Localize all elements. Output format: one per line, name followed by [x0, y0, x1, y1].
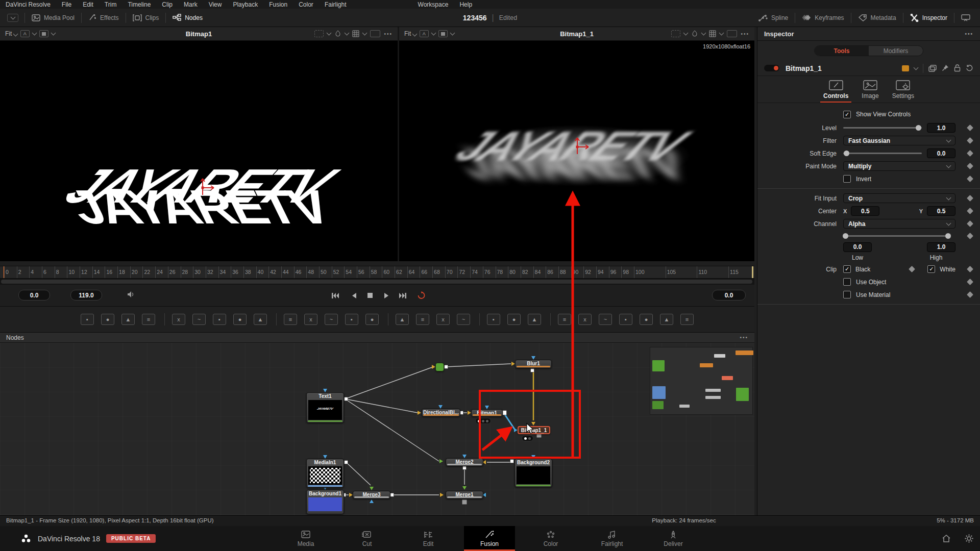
right-viewer-canvas[interactable]: JAYARETV JAYARETV	[399, 41, 754, 261]
node-connector-triangle[interactable]	[323, 455, 327, 459]
subtab-controls[interactable]: Controls	[823, 80, 848, 103]
tool-rectangle-mask-icon[interactable]: ▲	[396, 314, 409, 325]
range-low-knob[interactable]	[843, 233, 848, 239]
range-high-field[interactable]: 1.0	[927, 242, 955, 252]
stop-button[interactable]	[363, 291, 377, 300]
subtab-image[interactable]: Image	[862, 80, 878, 103]
tab-tools[interactable]: Tools	[815, 46, 869, 56]
node-enable-toggle[interactable]	[764, 65, 779, 71]
clip-black-checkbox[interactable]: ✓	[843, 265, 851, 273]
tool-shape-3d-icon[interactable]: x	[578, 314, 592, 325]
tool-merge-3d-icon[interactable]: ▪	[619, 314, 632, 325]
step-back-button[interactable]	[347, 291, 360, 300]
roi-button[interactable]	[314, 30, 324, 37]
channel-dropdown[interactable]: Alpha	[843, 219, 955, 229]
level-slider-knob[interactable]	[916, 125, 921, 131]
clip-white-checkbox[interactable]: ✓	[927, 265, 935, 273]
paint-mode-dropdown[interactable]: Multiply	[843, 161, 955, 171]
node-output-handle[interactable]	[463, 466, 467, 470]
current-time-field[interactable]: 0.0	[712, 290, 746, 300]
versions-icon[interactable]	[928, 65, 937, 72]
chevron-down-icon[interactable]	[431, 31, 436, 36]
tool-text-icon[interactable]: ▲	[121, 314, 135, 325]
fit-input-dropdown[interactable]: Crop	[843, 193, 955, 203]
node-connector-triangle[interactable]	[531, 422, 535, 425]
tool-background-icon[interactable]: ▪	[81, 314, 94, 325]
view-layout-button[interactable]	[438, 30, 448, 37]
menu-trim[interactable]: Trim	[99, 1, 122, 8]
tool-spot-light-3d-icon[interactable]: ▲	[660, 314, 673, 325]
node-merge2[interactable]: Merge2	[446, 458, 483, 466]
keyframe-diamond[interactable]	[967, 279, 973, 285]
grid-icon[interactable]	[352, 30, 359, 37]
chevron-down-icon[interactable]	[51, 31, 56, 36]
range-start-field[interactable]: 0.0	[18, 290, 50, 300]
lock-icon[interactable]	[954, 64, 961, 72]
tool-media-in-icon[interactable]: ●	[101, 314, 114, 325]
menu-help[interactable]: Help	[454, 1, 478, 8]
node-connector-triangle[interactable]	[468, 411, 471, 415]
soft-edge-slider-knob[interactable]	[844, 151, 849, 156]
node-connector-triangle[interactable]	[370, 499, 374, 503]
inspector-options-button[interactable]: •••	[965, 31, 973, 37]
page-color[interactable]: Color	[525, 526, 576, 551]
tool-highlight-icon[interactable]: ▲	[254, 314, 267, 325]
tool-text-3d-icon[interactable]: ~	[599, 314, 612, 325]
node-output-handle[interactable]	[345, 461, 348, 464]
tool-paint-icon[interactable]: ≡	[142, 314, 155, 325]
menu-edit[interactable]: Edit	[77, 1, 99, 8]
level-slider[interactable]	[843, 127, 922, 129]
roi-button[interactable]	[671, 30, 680, 37]
play-button[interactable]	[380, 291, 393, 300]
reset-icon[interactable]	[966, 64, 973, 72]
page-deliver[interactable]: Deliver	[648, 526, 699, 551]
tool-crop-icon[interactable]: ●	[365, 314, 379, 325]
chevron-down-icon[interactable]	[32, 31, 37, 36]
keyframe-diamond[interactable]	[967, 233, 973, 239]
node-bitmap1_1[interactable]: Bitmap1_1	[518, 426, 550, 434]
node-connector-triangle[interactable]	[349, 493, 353, 497]
tool-planar-tracker-icon[interactable]: ●	[507, 314, 521, 325]
center-y-field[interactable]: 0.5	[927, 206, 955, 216]
channel-select-button[interactable]: A	[20, 30, 30, 37]
node-mediain1[interactable]: MediaIn1	[306, 459, 344, 488]
chevron-down-icon[interactable]	[450, 31, 455, 36]
keyframe-diamond[interactable]	[967, 291, 973, 298]
menu-fusion[interactable]: Fusion	[263, 1, 293, 8]
tool-blur-icon[interactable]: x	[172, 314, 185, 325]
menu-workspace[interactable]: Workspace	[412, 1, 454, 8]
page-panel-toggle[interactable]	[7, 14, 18, 22]
chevron-down-icon[interactable]	[701, 31, 706, 36]
node-background1[interactable]: Background1	[306, 490, 344, 514]
clean-feed-button[interactable]	[954, 9, 977, 27]
node-mask-handle[interactable]	[462, 499, 467, 505]
range-end-field[interactable]: 119.0	[70, 290, 102, 300]
node-color-swatch[interactable]	[902, 65, 909, 71]
channel-select-button[interactable]: A	[420, 30, 429, 37]
filter-dropdown[interactable]: Fast Gaussian	[843, 136, 955, 145]
page-edit[interactable]: Edit	[403, 526, 454, 551]
node-connector-triangle[interactable]	[462, 455, 467, 458]
tool-bspline-mask-icon[interactable]: ~	[457, 314, 470, 325]
timeline-scrollbar[interactable]	[0, 279, 754, 285]
menu-fairlight[interactable]: Fairlight	[319, 1, 352, 8]
keyframe-diamond[interactable]	[967, 150, 973, 157]
grid-icon[interactable]	[709, 30, 716, 37]
node-background2[interactable]: Background2	[514, 459, 552, 487]
audio-mute-icon[interactable]	[127, 290, 136, 298]
pin-icon[interactable]	[942, 64, 949, 72]
node-blur1[interactable]: Blur1	[515, 360, 552, 368]
node-pipe1[interactable]	[435, 363, 444, 371]
tool-dve-icon[interactable]: x	[304, 314, 317, 325]
range-high-knob[interactable]	[945, 233, 951, 239]
node-output-handle[interactable]	[445, 365, 448, 369]
tool-soft-glow-icon[interactable]: ~	[192, 314, 206, 325]
node-connector-triangle[interactable]	[485, 406, 489, 409]
keyframe-diamond[interactable]	[967, 176, 973, 182]
node-output-handle[interactable]	[345, 397, 348, 401]
nodes-panel-options-button[interactable]: •••	[740, 335, 748, 340]
node-output-handle[interactable]	[510, 460, 514, 463]
tab-modifiers[interactable]: Modifiers	[869, 46, 923, 56]
frame-button[interactable]	[727, 30, 737, 37]
menu-timeline[interactable]: Timeline	[122, 1, 156, 8]
